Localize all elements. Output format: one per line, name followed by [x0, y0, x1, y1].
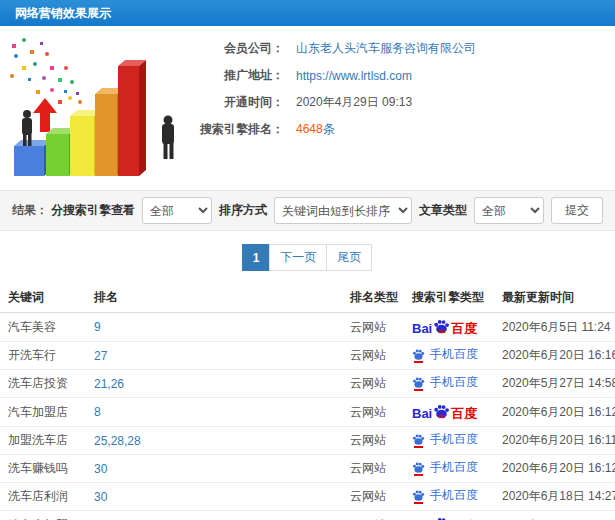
rank-cell: 27	[86, 342, 342, 370]
table-row: 洗车赚钱吗 30 云网站 手机百度 2020年6月20日 16:12	[0, 455, 615, 483]
mobile-baidu-label: 手机百度	[430, 461, 478, 473]
table-row: 洗车店投资 21,26 云网站 手机百度 2020年5月27日 14:58	[0, 370, 615, 398]
top-section: 会员公司： 山东老人头汽车服务咨询有限公司 推广地址： https://www.…	[0, 26, 615, 190]
engine-filter-label: 分搜索引擎查看	[51, 202, 135, 219]
page-next[interactable]: 下一页	[269, 244, 327, 271]
updated-cell: 2020年6月18日 14:30	[494, 511, 615, 520]
article-type-label: 文章类型	[419, 202, 467, 219]
site-link[interactable]: https://www.lrtlsd.com	[296, 69, 412, 83]
rank-cell: 8	[86, 398, 342, 427]
baidu-paw-icon	[412, 376, 425, 389]
keyword-cell: 汽车美容	[0, 313, 86, 342]
rank-cell: 3	[86, 511, 342, 520]
rank-link[interactable]: 9	[94, 320, 101, 334]
mobile-baidu-logo: 手机百度	[412, 489, 478, 502]
filter-bar: 结果： 分搜索引擎查看 全部 排序方式 关键词由短到长排序 文章类型 全部 提交	[0, 190, 615, 231]
baidu-logo: Baidu百度	[412, 403, 477, 420]
mobile-baidu-label: 手机百度	[430, 348, 478, 360]
result-label: 结果：	[12, 202, 48, 219]
sort-select[interactable]: 关键词由短到长排序	[274, 197, 412, 224]
table-body: 汽车美容 9 云网站 Baidu百度 2020年6月5日 11:24 开洗车行 …	[0, 313, 615, 520]
app-header: 网络营销效果展示	[0, 0, 615, 26]
engine-cell: 手机百度	[404, 455, 494, 483]
table-row: 洗车店利润 30 云网站 手机百度 2020年6月18日 14:27	[0, 483, 615, 511]
engine-cell: Baidu百度	[404, 313, 494, 342]
updated-cell: 2020年6月20日 16:12	[494, 398, 615, 427]
rank-type-cell: 云网站	[342, 483, 404, 511]
col-header-rank-type: 排名类型	[342, 283, 404, 313]
engine-rank-label: 搜索引擎排名：	[188, 121, 284, 138]
rank-link[interactable]: 27	[94, 349, 107, 363]
baidu-paw-icon	[412, 489, 425, 502]
company-label: 会员公司：	[188, 40, 284, 57]
rank-type-cell: 云网站	[342, 511, 404, 520]
baidu-logo: Baidu百度	[412, 516, 477, 520]
mobile-baidu-logo: 手机百度	[412, 461, 478, 474]
filter-controls: 分搜索引擎查看 全部 排序方式 关键词由短到长排序 文章类型 全部 提交	[51, 197, 603, 224]
mobile-baidu-logo: 手机百度	[412, 433, 478, 446]
baidu-paw-icon	[412, 461, 425, 474]
submit-button[interactable]: 提交	[551, 197, 603, 224]
rank-unit: 条	[323, 122, 335, 136]
rank-link[interactable]: 21,26	[94, 377, 124, 391]
company-link[interactable]: 山东老人头汽车服务咨询有限公司	[296, 40, 476, 57]
page-title: 网络营销效果展示	[15, 5, 111, 22]
page-last[interactable]: 尾页	[326, 244, 372, 271]
table-row: 汽车美容 9 云网站 Baidu百度 2020年6月5日 11:24	[0, 313, 615, 342]
col-header-engine-type: 搜索引擎类型	[404, 283, 494, 313]
keyword-cell: 汽车加盟店	[0, 398, 86, 427]
baidu-paw-icon	[412, 433, 425, 446]
col-header-rank: 排名	[86, 283, 342, 313]
rank-link[interactable]: 30	[94, 462, 107, 476]
engine-select[interactable]: 全部	[142, 197, 212, 224]
mobile-baidu-logo: 手机百度	[412, 376, 478, 389]
updated-cell: 2020年6月20日 16:12	[494, 455, 615, 483]
rank-cell: 21,26	[86, 370, 342, 398]
rank-count: 4648	[296, 122, 323, 136]
rank-link[interactable]: 8	[94, 405, 101, 419]
table-row: 洗车店加盟 3 云网站 Baidu百度 2020年6月18日 14:30	[0, 511, 615, 520]
rank-cell: 30	[86, 455, 342, 483]
rank-type-cell: 云网站	[342, 398, 404, 427]
updated-cell: 2020年6月20日 16:16	[494, 342, 615, 370]
sort-label: 排序方式	[219, 202, 267, 219]
engine-cell: Baidu百度	[404, 511, 494, 520]
info-row-company: 会员公司： 山东老人头汽车服务咨询有限公司	[188, 35, 615, 62]
baidu-paw-icon	[433, 516, 450, 520]
rank-cell: 9	[86, 313, 342, 342]
open-time-label: 开通时间：	[188, 94, 284, 111]
info-row-open-time: 开通时间： 2020年4月29日 09:13	[188, 89, 615, 116]
rank-type-cell: 云网站	[342, 370, 404, 398]
rank-type-cell: 云网站	[342, 455, 404, 483]
engine-cell: 手机百度	[404, 483, 494, 511]
rank-type-cell: 云网站	[342, 313, 404, 342]
updated-cell: 2020年5月27日 14:58	[494, 370, 615, 398]
table-header-row: 关键词 排名 排名类型 搜索引擎类型 最新更新时间	[0, 283, 615, 313]
rank-link[interactable]: 30	[94, 490, 107, 504]
updated-cell: 2020年6月20日 16:11	[494, 427, 615, 455]
info-row-engine-rank: 搜索引擎排名： 4648条	[188, 116, 615, 143]
mobile-baidu-label: 手机百度	[430, 433, 478, 445]
article-type-select[interactable]: 全部	[474, 197, 544, 224]
table-row: 开洗车行 27 云网站 手机百度 2020年6月20日 16:16	[0, 342, 615, 370]
updated-cell: 2020年6月5日 11:24	[494, 313, 615, 342]
engine-cell: 手机百度	[404, 342, 494, 370]
page-current[interactable]: 1	[242, 244, 271, 271]
keyword-cell: 洗车店利润	[0, 483, 86, 511]
ranking-table: 关键词 排名 排名类型 搜索引擎类型 最新更新时间 汽车美容 9 云网站 Bai…	[0, 283, 615, 520]
table-row: 汽车加盟店 8 云网站 Baidu百度 2020年6月20日 16:12	[0, 398, 615, 427]
open-time-value: 2020年4月29日 09:13	[296, 94, 412, 111]
keyword-cell: 加盟洗车店	[0, 427, 86, 455]
promo-chart-image	[0, 26, 188, 190]
rank-type-cell: 云网站	[342, 427, 404, 455]
table-row: 加盟洗车店 25,28,28 云网站 手机百度 2020年6月20日 16:11	[0, 427, 615, 455]
col-header-updated: 最新更新时间	[494, 283, 615, 313]
rank-cell: 30	[86, 483, 342, 511]
pagination: 1 下一页 尾页	[0, 231, 615, 283]
rank-link[interactable]: 25,28,28	[94, 434, 141, 448]
keyword-cell: 开洗车行	[0, 342, 86, 370]
engine-cell: 手机百度	[404, 370, 494, 398]
mobile-baidu-label: 手机百度	[430, 376, 478, 388]
info-row-site: 推广地址： https://www.lrtlsd.com	[188, 62, 615, 89]
bar-chart-illustration	[0, 26, 188, 190]
